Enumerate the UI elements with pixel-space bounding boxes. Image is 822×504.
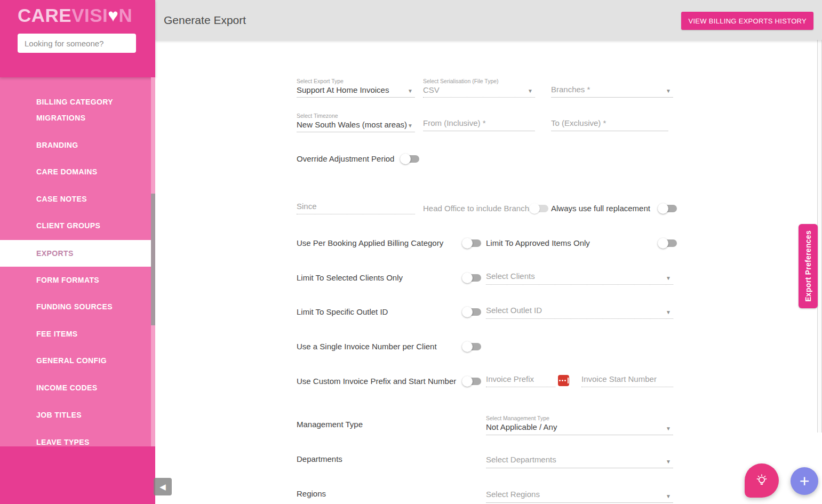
help-tips-fab[interactable] [745, 463, 779, 498]
collapse-left-icon: ◀ [159, 482, 166, 492]
field-placeholder: Select Departments [486, 455, 673, 464]
sidebar-item-income-codes[interactable]: INCOME CODES [0, 374, 151, 401]
field-placeholder: Select Regions [486, 490, 673, 499]
sidebar-item-funding-sources[interactable]: FUNDING SOURCES [0, 293, 151, 320]
sidebar-item-label: BRANDING [36, 141, 78, 149]
timezone-select[interactable]: Select Timezone New South Wales (most ar… [297, 113, 415, 132]
sidebar-scrollbar-track[interactable] [151, 77, 155, 446]
sidebar-footer [0, 446, 155, 504]
approved-only-label: Limit To Approved Items Only [486, 238, 590, 247]
plus-icon: + [800, 473, 810, 490]
full-replacement-label: Always use full replacement [551, 204, 650, 213]
regions-label: Regions [297, 489, 326, 498]
override-adjustment-toggle[interactable] [400, 154, 420, 164]
sidebar-item-label: JOB TITLES [36, 411, 82, 419]
head-office-toggle [529, 203, 549, 214]
sidebar-item-label: FORM FORMATS [36, 276, 99, 284]
invoice-prefix-input [486, 374, 555, 387]
head-office-label: Head Office to include Branches [423, 204, 538, 213]
sidebar-item-label: GENERAL CONFIG [36, 356, 107, 365]
add-fab[interactable]: + [791, 467, 818, 495]
field-value: Not Applicable / Any [486, 422, 673, 431]
full-replacement-toggle[interactable] [658, 203, 678, 214]
management-type-select[interactable]: Select Management Type Not Applicable / … [486, 415, 673, 435]
sidebar-item-label: CASE NOTES [36, 195, 87, 203]
outlet-id-label: Limit To Specific Outlet ID [297, 307, 388, 316]
field-label: Select Export Type [297, 78, 415, 84]
sidebar-item-billing-category-migrations[interactable]: BILLING CATEGORY MIGRATIONS [0, 88, 151, 132]
select-clients-dropdown: Select Clients ▼ [486, 271, 673, 285]
export-preferences-tab[interactable]: Export Preferences [799, 224, 818, 308]
sidebar-item-label: FUNDING SOURCES [36, 302, 113, 311]
departments-label: Departments [297, 454, 342, 463]
heart-icon: ♥ [108, 5, 118, 25]
sidebar-collapse-button[interactable]: ◀ [154, 478, 172, 495]
sidebar-item-label: FEE ITEMS [36, 330, 78, 338]
sidebar-item-label: CLIENT GROUPS [36, 221, 100, 230]
sidebar-item-client-groups[interactable]: CLIENT GROUPS [0, 212, 151, 239]
main-scrollbar[interactable] [817, 40, 822, 433]
select-departments-dropdown[interactable]: Select Departments ▼ [486, 453, 673, 468]
approved-only-toggle[interactable] [658, 238, 678, 249]
sidebar-item-branding[interactable]: BRANDING [0, 132, 151, 158]
field-label: Select Management Type [486, 415, 673, 421]
field-label: Select Serialisation (File Type) [423, 78, 535, 84]
since-input [297, 202, 415, 214]
sidebar-item-exports[interactable]: EXPORTS [0, 240, 151, 267]
select-regions-dropdown[interactable]: Select Regions ▼ [486, 487, 673, 503]
sidebar: CAREVISI♥N BILLING CATEGORY MIGRATIONS B… [0, 0, 155, 504]
export-type-select[interactable]: Select Export Type Support At Home Invoi… [297, 78, 415, 98]
selected-clients-label: Limit To Selected Clients Only [297, 273, 403, 282]
people-search-input[interactable] [18, 34, 136, 53]
per-booking-toggle[interactable] [462, 238, 482, 249]
sidebar-item-form-formats[interactable]: FORM FORMATS [0, 267, 151, 293]
field-placeholder: Select Clients [486, 271, 673, 281]
field-value: Support At Home Invoices [297, 85, 415, 94]
logo-text-visi: VISI [71, 5, 108, 26]
field-placeholder: Branches * [551, 85, 673, 94]
carevision-logo: CAREVISI♥N [18, 5, 132, 26]
outlet-id-toggle[interactable] [462, 307, 482, 317]
field-placeholder: Select Outlet ID [486, 306, 673, 315]
sidebar-item-general-config[interactable]: GENERAL CONFIG [0, 347, 151, 374]
sidebar-item-care-domains[interactable]: CARE DOMAINS [0, 158, 151, 185]
field-label: Select Timezone [297, 113, 415, 119]
single-invoice-toggle[interactable] [462, 341, 482, 352]
sidebar-item-job-titles[interactable]: JOB TITLES [0, 402, 151, 428]
management-type-label: Management Type [297, 420, 363, 429]
sidebar-item-case-notes[interactable]: CASE NOTES [0, 186, 151, 212]
sidebar-item-label: LEAVE TYPES [36, 438, 90, 446]
sidebar-item-fee-items[interactable]: FEE ITEMS [0, 321, 151, 347]
custom-prefix-toggle[interactable] [462, 376, 482, 387]
to-date-input[interactable] [551, 118, 668, 131]
invoice-start-number-input [581, 374, 673, 387]
main-area: Generate Export VIEW BILLING EXPORTS HIS… [155, 0, 822, 504]
logo-text-n: N [118, 5, 132, 26]
serialisation-select: Select Serialisation (File Type) CSV ▼ [423, 78, 535, 98]
selected-clients-toggle[interactable] [462, 273, 482, 283]
select-outlet-id-dropdown: Select Outlet ID ▼ [486, 306, 673, 319]
sidebar-item-label: CARE DOMAINS [36, 167, 97, 176]
field-value: New South Wales (most areas) [297, 120, 415, 129]
page-title: Generate Export [164, 0, 246, 40]
sidebar-item-label: INCOME CODES [36, 383, 97, 392]
export-preferences-label: Export Preferences [804, 230, 812, 302]
single-invoice-label: Use a Single Invoice Number per Client [297, 342, 437, 351]
sidebar-scrollbar-thumb[interactable] [151, 194, 155, 325]
per-booking-label: Use Per Booking Applied Billing Category [297, 238, 443, 247]
lightbulb-icon [754, 473, 770, 489]
page-header: Generate Export VIEW BILLING EXPORTS HIS… [155, 0, 822, 40]
override-adjustment-label: Override Adjustment Period [297, 154, 394, 163]
sidebar-item-label: EXPORTS [36, 249, 74, 258]
from-date-input[interactable] [423, 118, 535, 131]
invoice-prefix-format-icon[interactable] [558, 375, 569, 386]
sidebar-item-label: BILLING CATEGORY MIGRATIONS [36, 94, 127, 126]
branches-select[interactable]: Branches * ▼ [551, 85, 673, 98]
logo-text-care: CARE [18, 5, 71, 26]
view-billing-exports-history-button[interactable]: VIEW BILLING EXPORTS HISTORY [681, 12, 813, 30]
field-value: CSV [423, 85, 535, 94]
custom-prefix-label: Use Custom Invoice Prefix and Start Numb… [297, 377, 456, 386]
sidebar-header: CAREVISI♥N [0, 0, 155, 77]
